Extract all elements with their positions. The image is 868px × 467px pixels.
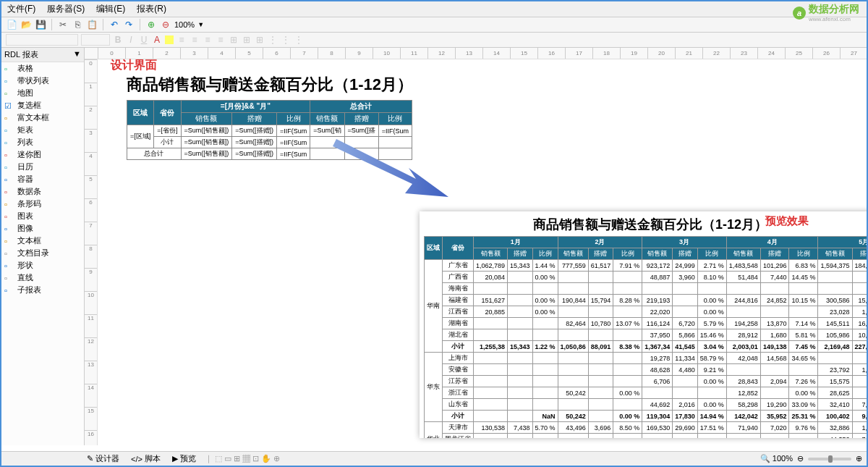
watermark: a 数据分析网www.afenxi.com (793, 3, 859, 22)
sidebar-item[interactable]: ▫表格 (1, 62, 84, 75)
menu-bar: 文件(F) 服务器(S) 编辑(E) 报表(R) (1, 1, 867, 17)
tab-designer[interactable]: ✎ 设计器 (84, 453, 122, 465)
sidebar-item[interactable]: ▫条形码 (1, 198, 84, 210)
toolbar-format: B I U A ≡≡≡≡ ⊞⊞⊞ ⋮⋮⋮ (1, 33, 867, 48)
sidebar-item[interactable]: ▫文档目录 (1, 247, 84, 259)
sidebar-item[interactable]: ▫数据条 (1, 185, 84, 198)
undo-icon[interactable]: ↶ (109, 19, 120, 30)
menu-report[interactable]: 报表(R) (137, 3, 166, 15)
zoom-in-btn[interactable]: ⊕ (856, 454, 862, 463)
design-table[interactable]: 区域 省份 =[月份]&& "月" 总合计 销售额搭赠比例 销售额搭赠比例 =[… (127, 100, 412, 160)
data-table: 区域省份1月2月3月4月5月6月销售额搭赠比例销售额搭赠比例销售额搭赠比例销售额… (424, 236, 867, 438)
paste-icon[interactable]: 📋 (86, 19, 98, 30)
zoom-out-btn[interactable]: ⊖ (797, 454, 804, 463)
sidebar-item[interactable]: ▫日历 (1, 161, 84, 173)
sidebar-item[interactable]: ☑复选框 (1, 99, 84, 112)
ruler-horizontal: 0123456789101112131415161718192021222324… (85, 48, 867, 59)
tab-script[interactable]: </> 脚本 (128, 453, 163, 465)
design-surface[interactable]: 设计界面 商品销售额与赠送金额百分比（1-12月） 区域 省份 =[月份]&& … (98, 59, 867, 445)
toolbar-main: 📄 📂 💾 ✂ ⎘ 📋 ↶ ↷ ⊕ ⊖ 100% ▼ a 数据分析网www.af… (1, 17, 867, 33)
cut-icon[interactable]: ✂ (57, 19, 69, 30)
copy-icon[interactable]: ⎘ (72, 19, 83, 30)
zoomin-icon[interactable]: ⊕ (145, 19, 157, 30)
sidebar-title: RDL 报表▼ (1, 48, 84, 62)
menu-server[interactable]: 服务器(S) (47, 3, 85, 15)
redo-icon[interactable]: ↷ (123, 19, 135, 30)
menu-edit[interactable]: 编辑(E) (96, 3, 125, 15)
annotation-preview: 预览效果 (765, 214, 809, 228)
bold-icon[interactable]: B (113, 35, 123, 45)
save-icon[interactable]: 💾 (35, 19, 46, 30)
sidebar-item[interactable]: ▫矩表 (1, 124, 84, 136)
new-icon[interactable]: 📄 (6, 19, 17, 30)
underline-icon[interactable]: U (139, 35, 149, 45)
zoomout-icon[interactable]: ⊖ (160, 19, 171, 30)
menu-file[interactable]: 文件(F) (7, 3, 35, 15)
sidebar-item[interactable]: ▫富文本框 (1, 112, 84, 124)
canvas: 0123456789101112131415161718192021222324… (85, 48, 867, 445)
sidebar-item[interactable]: ▫文本框 (1, 235, 84, 247)
tab-preview[interactable]: ▶ 预览 (169, 453, 199, 465)
sidebar-item[interactable]: ▫迷你图 (1, 148, 84, 161)
status-zoom-label: 🔍 100% (760, 454, 793, 463)
zoom-slider[interactable] (808, 458, 851, 460)
open-icon[interactable]: 📂 (20, 19, 32, 30)
sidebar-item[interactable]: ▫子报表 (1, 284, 84, 296)
sidebar-item[interactable]: ▫列表 (1, 136, 84, 148)
sidebar-item[interactable]: ▫带状列表 (1, 75, 84, 87)
italic-icon[interactable]: I (126, 35, 136, 45)
sidebar-item[interactable]: ▫形状 (1, 259, 84, 272)
design-title: 商品销售额与赠送金额百分比（1-12月） (127, 74, 413, 96)
logo-icon: a (793, 7, 806, 20)
sidebar-item[interactable]: ▫图表 (1, 210, 84, 222)
sidebar-item[interactable]: ▫容器 (1, 173, 84, 185)
bgcolor-icon[interactable] (165, 35, 174, 44)
sidebar-item[interactable]: ▫地图 (1, 87, 84, 99)
fontcolor-icon[interactable]: A (152, 35, 162, 45)
zoom-value[interactable]: 100% (174, 20, 195, 29)
status-bar: ✎ 设计器 </> 脚本 ▶ 预览 ｜ ⬚ ▭ ⊞ ▦ ⊡ ✋ ⊕ 🔍 100%… (1, 451, 867, 466)
ruler-vertical: 01234567891011121314151617 (85, 59, 98, 445)
annotation-design: 设计界面 (111, 58, 157, 73)
sidebar-item[interactable]: ▫直线 (1, 272, 84, 284)
preview-panel: 预览效果 商品销售额与赠送金额百分比（1-12月） 区域省份1月2月3月4月5月… (420, 211, 867, 438)
sidebar: RDL 报表▼ ▫表格▫带状列表▫地图☑复选框▫富文本框▫矩表▫列表▫迷你图▫日… (1, 48, 85, 445)
sidebar-item[interactable]: ▫图像 (1, 222, 84, 235)
